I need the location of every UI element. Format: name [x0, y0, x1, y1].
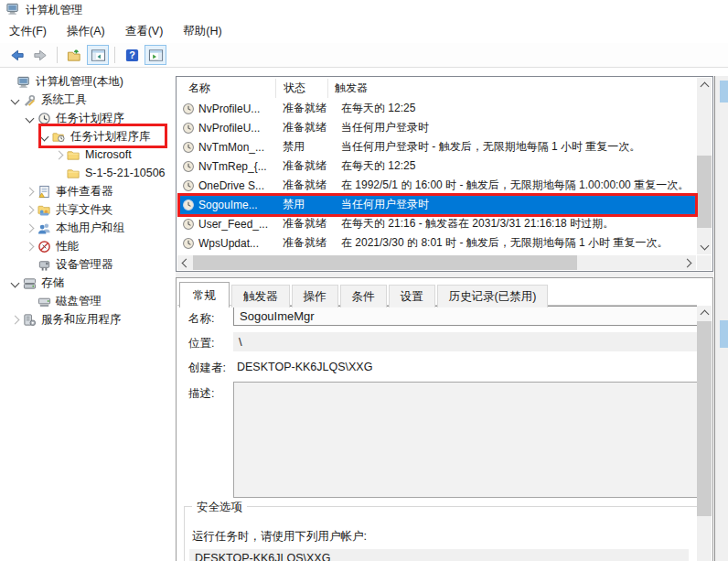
back-button[interactable]: [5, 45, 27, 65]
task-list-horizontal-scrollbar[interactable]: [177, 255, 696, 270]
table-row[interactable]: NvTmMon_... 禁用 当任何用户登录时 - 触发后，无限期地每隔 1 小…: [177, 137, 696, 156]
location-field-label: 位置:: [188, 336, 214, 351]
menu-action[interactable]: 操作(A): [59, 20, 118, 43]
task-name: NvTmMon_...: [198, 141, 276, 154]
tree-item-task-scheduler[interactable]: 任务计划程序: [0, 109, 174, 127]
chevron-right-icon[interactable]: [22, 184, 37, 199]
scrollbar-thumb[interactable]: [193, 255, 577, 270]
task-trigger: 在 1992/5/1 的 16:00 时 - 触发后，无限期地每隔 1.00:0…: [335, 178, 696, 193]
help-button[interactable]: ?: [121, 45, 143, 65]
task-clock-icon: [182, 141, 195, 154]
task-details-panel: 常规 触发器 操作 条件 设置 历史记录(已禁用) 名称: SogouImeMg…: [176, 277, 713, 561]
task-trigger: 在每天的 12:25: [335, 158, 696, 174]
task-name: NvTmRep_{...: [198, 160, 276, 173]
tab-conditions[interactable]: 条件: [340, 285, 387, 307]
console-tree-icon: [91, 48, 106, 63]
scrollbar-thumb[interactable]: [697, 321, 712, 516]
task-trigger: 当任何用户登录时 - 触发后，无限期地每隔 1 小时 重复一次。: [335, 139, 696, 155]
tab-triggers[interactable]: 触发器: [231, 285, 290, 307]
computer-management-window: 计算机管理 文件(F) 操作(A) 查看(V) 帮助(H) ?: [0, 0, 728, 561]
scroll-down-button[interactable]: [697, 240, 712, 254]
forward-icon: [33, 48, 48, 63]
scrollbar-thumb[interactable]: [697, 156, 712, 228]
computer-icon: [6, 2, 20, 18]
creator-field-label: 创建者:: [188, 361, 226, 376]
tab-actions[interactable]: 操作: [292, 285, 338, 307]
tree-item-disk-management[interactable]: 磁盘管理: [0, 292, 174, 310]
tree-item-sid-folder[interactable]: S-1-5-21-10506: [0, 164, 174, 182]
tree-item-local-users-groups[interactable]: 本地用户和组: [0, 219, 174, 237]
chevron-right-icon[interactable]: [7, 312, 22, 327]
column-header-trigger[interactable]: 触发器: [327, 79, 696, 98]
window-title: 计算机管理: [26, 3, 83, 18]
tree-item-label: 磁盘管理: [56, 294, 102, 309]
task-clock-icon: [182, 199, 195, 211]
table-row[interactable]: NvTmRep_{... 准备就绪 在每天的 12:25: [177, 156, 696, 176]
chevron-down-icon[interactable]: [37, 129, 51, 144]
computer-icon: [16, 74, 31, 89]
run-as-account-field[interactable]: DESKTOP-KK6JLQS\XXG: [189, 549, 689, 561]
chevron-down-icon[interactable]: [7, 275, 22, 290]
tab-settings[interactable]: 设置: [389, 285, 435, 307]
chevron-right-icon[interactable]: [51, 147, 66, 162]
tree-item-storage[interactable]: 存储: [0, 274, 174, 292]
chevron-right-icon[interactable]: [22, 221, 37, 235]
toolbar-separator: [114, 47, 115, 63]
tree-item-label: 设备管理器: [56, 257, 113, 273]
tree-item-shared-folders[interactable]: 共享文件夹: [0, 200, 174, 219]
action-pane-fragment: [720, 320, 728, 348]
task-list-vertical-scrollbar[interactable]: [697, 78, 712, 254]
tree-item-task-scheduler-library[interactable]: 任务计划程序库: [0, 127, 174, 146]
tree-item-system-tools[interactable]: 系统工具: [0, 91, 174, 109]
table-row[interactable]: User_Feed_... 准备就绪 在每天的 21:16 - 触发器在 203…: [177, 214, 696, 233]
scroll-up-button[interactable]: [697, 306, 712, 320]
chevron-down-icon[interactable]: [7, 92, 22, 107]
tree-item-services-applications[interactable]: 服务和应用程序: [0, 310, 174, 329]
table-row[interactable]: WpsUpdat... 准备就绪 在 2021/3/30 的 8:01 时 - …: [177, 233, 696, 253]
task-list-panel: 名称 状态 触发器 NvProfileU... 准备就绪 在每天的 12:25 …: [176, 76, 713, 272]
action-pane-sliver: [714, 76, 728, 561]
tree-item-label: Microsoft: [85, 148, 132, 161]
tree-item-device-manager[interactable]: 设备管理器: [0, 255, 174, 274]
menu-help[interactable]: 帮助(H): [176, 20, 234, 43]
back-icon: [9, 48, 25, 63]
expander-slot: [51, 166, 66, 180]
details-vertical-scrollbar[interactable]: [697, 306, 712, 561]
tree-item-event-viewer[interactable]: 事件查看器: [0, 182, 174, 200]
tree-item-microsoft[interactable]: Microsoft: [0, 146, 174, 164]
tree-item-performance[interactable]: 性能: [0, 237, 174, 255]
column-header-name[interactable]: 名称: [177, 79, 275, 98]
up-folder-button[interactable]: [63, 45, 85, 65]
chevron-right-icon[interactable]: [22, 239, 37, 254]
description-field[interactable]: [233, 382, 698, 498]
tree-item-computer-management[interactable]: 计算机管理(本地): [0, 72, 174, 91]
task-clock-icon: [182, 237, 195, 250]
toolbar: ?: [0, 43, 728, 68]
tab-history[interactable]: 历史记录(已禁用): [437, 285, 549, 307]
table-row[interactable]: NvProfileU... 准备就绪 在每天的 12:25: [177, 99, 696, 118]
task-trigger: 在 2021/3/30 的 8:01 时 - 触发后，无限期地每隔 1 小时 重…: [335, 235, 696, 251]
forward-button[interactable]: [29, 45, 51, 65]
tab-general[interactable]: 常规: [179, 282, 230, 307]
scroll-right-button[interactable]: [681, 255, 696, 270]
chevron-down-icon[interactable]: [22, 111, 37, 125]
scheduler-clock-icon: [37, 111, 51, 125]
scroll-up-button[interactable]: [697, 78, 712, 92]
menu-file[interactable]: 文件(F): [2, 20, 59, 43]
table-row[interactable]: OneDrive S... 准备就绪 在 1992/5/1 的 16:00 时 …: [177, 176, 696, 195]
name-field[interactable]: SogouImeMgr: [233, 306, 698, 326]
table-row-selected[interactable]: SogouIme... 禁用 当任何用户登录时: [177, 195, 696, 214]
task-status: 准备就绪: [276, 216, 335, 232]
column-header-status[interactable]: 状态: [275, 79, 327, 98]
toggle-console-tree-button[interactable]: [87, 45, 109, 65]
tree-item-label: 本地用户和组: [56, 221, 124, 236]
task-rows: NvProfileU... 准备就绪 在每天的 12:25 NvProfileU…: [177, 99, 696, 253]
table-row[interactable]: NvProfileU... 准备就绪 当任何用户登录时: [177, 118, 696, 137]
chevron-right-icon[interactable]: [22, 202, 37, 217]
tree-item-label: 任务计划程序: [56, 111, 124, 126]
scroll-left-button[interactable]: [177, 255, 192, 270]
task-name: WpsUpdat...: [198, 237, 276, 250]
toggle-action-pane-button[interactable]: [145, 45, 166, 65]
menu-view[interactable]: 查看(V): [118, 20, 177, 43]
location-field[interactable]: \: [233, 332, 703, 351]
